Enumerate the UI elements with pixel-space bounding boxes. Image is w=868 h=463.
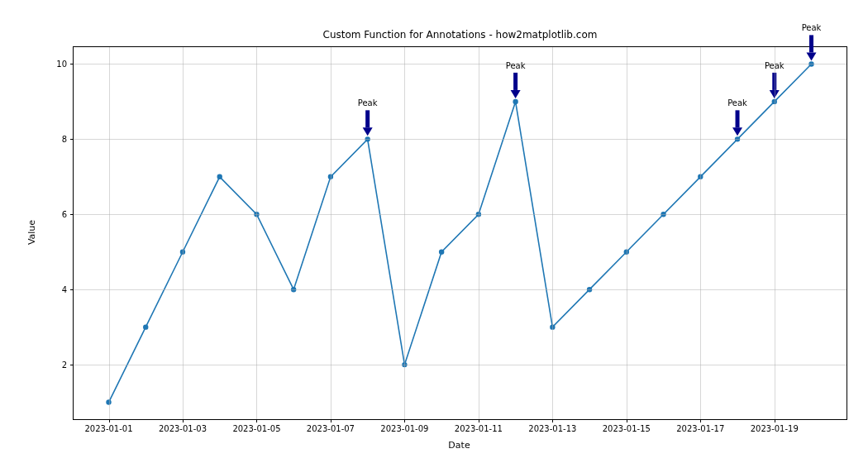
y-tick-label: 2 [62, 360, 67, 370]
x-tick-label: 2023-01-05 [232, 424, 280, 433]
y-tick-mark [70, 64, 74, 64]
x-tick-label: 2023-01-11 [455, 424, 503, 433]
x-tick-mark [331, 419, 331, 422]
y-tick-label: 6 [62, 210, 67, 219]
annotation-label: Peak [358, 98, 378, 107]
grid-line-v [256, 47, 257, 419]
svg-rect-0 [365, 110, 370, 127]
svg-rect-4 [736, 110, 740, 127]
data-point [513, 99, 517, 104]
x-tick-label: 2023-01-15 [603, 424, 651, 433]
grid-line-v [183, 47, 184, 419]
annotation-label: Peak [506, 61, 526, 70]
figure: Custom Function for Annotations - how2ma… [0, 0, 868, 463]
annotation-arrow [511, 73, 521, 98]
grid-line-v [627, 47, 627, 419]
grid-line-v [700, 47, 701, 419]
x-tick-label: 2023-01-13 [528, 424, 576, 433]
grid-line-v [404, 47, 405, 419]
annotation-arrow [732, 110, 742, 136]
y-tick-label: 8 [62, 135, 67, 144]
x-axis-label: Date [448, 440, 470, 451]
y-tick-label: 10 [56, 60, 67, 69]
x-tick-label: 2023-01-03 [159, 424, 207, 433]
grid-line-h [74, 289, 847, 290]
annotation-label: Peak [802, 23, 822, 32]
y-axis-label: Value [26, 220, 37, 245]
y-tick-mark [70, 365, 74, 365]
x-tick-label: 2023-01-17 [676, 424, 724, 433]
svg-rect-2 [513, 73, 517, 90]
x-tick-label: 2023-01-01 [84, 424, 132, 433]
x-tick-label: 2023-01-19 [751, 424, 799, 433]
svg-marker-9 [807, 52, 817, 60]
x-tick-mark [627, 419, 627, 422]
svg-marker-3 [511, 90, 521, 98]
annotation-arrow [363, 110, 373, 136]
svg-rect-8 [809, 35, 813, 52]
grid-line-v [775, 47, 775, 419]
x-tick-mark [479, 419, 479, 422]
x-tick-label: 2023-01-07 [307, 424, 355, 433]
x-tick-mark [109, 419, 110, 422]
data-point [217, 174, 222, 179]
grid-line-h [74, 64, 847, 64]
grid-line-h [74, 365, 847, 365]
plot-area: Custom Function for Annotations - how2ma… [73, 46, 847, 420]
svg-marker-5 [732, 127, 742, 136]
x-tick-mark [552, 419, 553, 422]
data-point [439, 250, 444, 255]
x-tick-mark [404, 419, 405, 422]
svg-marker-1 [363, 127, 373, 136]
annotation-label: Peak [727, 98, 747, 107]
x-tick-mark [183, 419, 184, 422]
grid-line-v [552, 47, 553, 419]
grid-line-v [331, 47, 331, 419]
y-tick-mark [70, 289, 74, 290]
series-line [109, 64, 812, 402]
data-point [143, 324, 148, 329]
annotation-label: Peak [765, 61, 785, 70]
x-tick-mark [775, 419, 775, 422]
grid-line-v [109, 47, 110, 419]
y-tick-mark [70, 139, 74, 140]
x-tick-mark [256, 419, 257, 422]
y-tick-mark [70, 214, 74, 215]
grid-line-h [74, 139, 847, 140]
grid-line-h [74, 214, 847, 215]
x-tick-label: 2023-01-09 [380, 424, 428, 433]
y-tick-label: 4 [62, 285, 67, 294]
chart-title: Custom Function for Annotations - how2ma… [74, 29, 847, 41]
grid-line-v [479, 47, 479, 419]
x-tick-mark [700, 419, 701, 422]
